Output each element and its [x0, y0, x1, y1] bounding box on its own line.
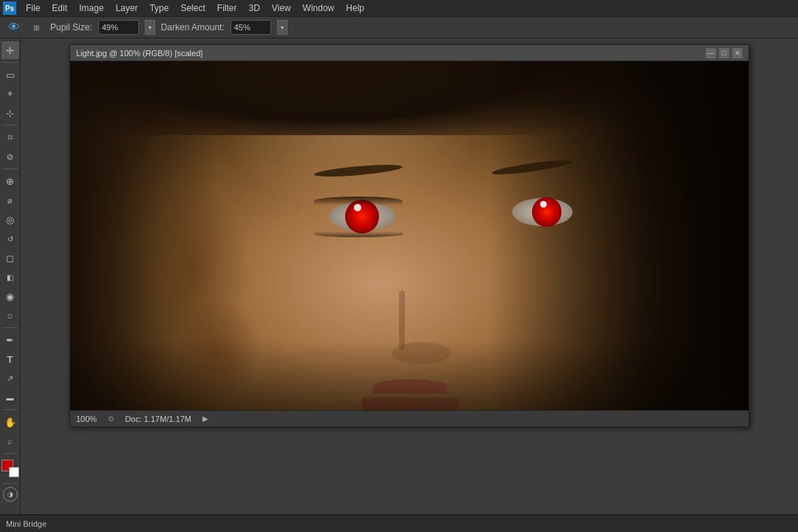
dodge-tool[interactable]: ○ [1, 307, 19, 324]
options-bar: 👁 ⊞ Pupil Size: 49% ▾ Darken Amount: 45%… [0, 16, 798, 38]
toolbar-separator-3 [3, 168, 18, 169]
rect-select-tool[interactable]: ▭ [1, 66, 19, 83]
maximize-button[interactable]: □ [719, 48, 729, 58]
zoom-level: 100% [76, 415, 97, 423]
eyedropper-tool[interactable]: ⊘ [1, 148, 19, 166]
zoom-nav-button[interactable]: ⊙ [106, 414, 116, 424]
pen-tool[interactable]: ✒ [1, 331, 19, 349]
gradient-tool[interactable]: ◧ [1, 268, 19, 286]
mini-bridge-tab[interactable]: Mini Bridge [6, 519, 47, 528]
document-window: Light.jpg @ 100% (RGB/8) [scaled] — □ ✕ [69, 44, 749, 427]
menu-view[interactable]: View [267, 1, 296, 15]
menu-window[interactable]: Window [298, 1, 340, 15]
move-tool[interactable]: ✛ [1, 41, 19, 59]
pupil-size-label: Pupil Size: [50, 22, 92, 33]
brush-tool[interactable]: ⌀ [1, 191, 19, 209]
quick-mask-btn[interactable]: ◑ [3, 487, 18, 502]
history-brush-tool[interactable]: ↺ [1, 230, 19, 248]
menu-file[interactable]: File [21, 1, 45, 15]
menu-layer[interactable]: Layer [110, 1, 143, 15]
darken-amount-input[interactable]: 45% [231, 20, 271, 35]
color-swatches [1, 460, 19, 477]
document-title: Light.jpg @ 100% (RGB/8) [scaled] [76, 49, 202, 58]
canvas-area: Light.jpg @ 100% (RGB/8) [scaled] — □ ✕ [21, 38, 798, 514]
toolbar-separator-4 [3, 327, 18, 328]
toolbar-separator-1 [3, 62, 18, 63]
toolbar-separator-2 [3, 125, 18, 126]
path-select-tool[interactable]: ↗ [1, 369, 19, 387]
darken-amount-label: Darken Amount: [161, 22, 225, 33]
menu-select[interactable]: Select [175, 1, 210, 15]
healing-brush-tool[interactable]: ⊕ [1, 172, 19, 190]
bottom-panel: Mini Bridge [0, 514, 798, 532]
menu-3d[interactable]: 3D [243, 1, 265, 15]
menu-edit[interactable]: Edit [47, 1, 72, 15]
toolbar-separator-5 [3, 409, 18, 410]
image-canvas [70, 61, 748, 410]
menu-filter[interactable]: Filter [212, 1, 242, 15]
menu-help[interactable]: Help [341, 1, 369, 15]
zoom-tool[interactable]: ⌕ [1, 432, 19, 450]
darken-amount-dropdown[interactable]: ▾ [277, 20, 287, 35]
menu-image[interactable]: Image [74, 1, 109, 15]
close-button[interactable]: ✕ [732, 48, 743, 58]
lasso-tool[interactable]: ⌖ [1, 85, 19, 103]
window-controls: — □ ✕ [706, 48, 743, 58]
redeye-tool-icon: 👁 [6, 19, 22, 35]
magic-wand-tool[interactable]: ⊹ [1, 104, 19, 122]
doc-size-label: Doc: 1.17M/1.17M [125, 415, 191, 423]
play-button[interactable]: ▶ [200, 414, 211, 424]
clone-stamp-tool[interactable]: ◎ [1, 211, 19, 228]
document-title-bar: Light.jpg @ 100% (RGB/8) [scaled] — □ ✕ [70, 45, 748, 61]
menu-type[interactable]: Type [144, 1, 174, 15]
left-toolbar: ✛ ▭ ⌖ ⊹ ⌗ ⊘ ⊕ ⌀ ◎ ↺ ◻ ◧ ◉ ○ ✒ T ↗ ▬ ✋ ⌕ … [0, 38, 21, 514]
minimize-button[interactable]: — [706, 48, 716, 58]
pupil-size-dropdown[interactable]: ▾ [145, 20, 155, 35]
hand-tool[interactable]: ✋ [1, 413, 19, 431]
shape-tool[interactable]: ▬ [1, 389, 19, 406]
status-bar: 100% ⊙ Doc: 1.17M/1.17M ▶ [70, 410, 748, 426]
toolbar-separator-7 [3, 483, 18, 484]
blur-tool[interactable]: ◉ [1, 287, 19, 305]
app-logo: Ps [3, 1, 16, 15]
type-tool[interactable]: T [1, 350, 19, 368]
pupil-size-input[interactable]: 49% [98, 20, 139, 35]
tool-options-icon: ⊞ [28, 19, 44, 35]
vignette-overlay [70, 61, 748, 410]
background-color[interactable] [9, 467, 19, 477]
menu-bar: Ps File Edit Image Layer Type Select Fil… [0, 0, 798, 16]
eraser-tool[interactable]: ◻ [1, 249, 19, 267]
crop-tool[interactable]: ⌗ [1, 129, 19, 146]
toolbar-separator-6 [3, 453, 18, 454]
main-area: ✛ ▭ ⌖ ⊹ ⌗ ⊘ ⊕ ⌀ ◎ ↺ ◻ ◧ ◉ ○ ✒ T ↗ ▬ ✋ ⌕ … [0, 38, 798, 514]
